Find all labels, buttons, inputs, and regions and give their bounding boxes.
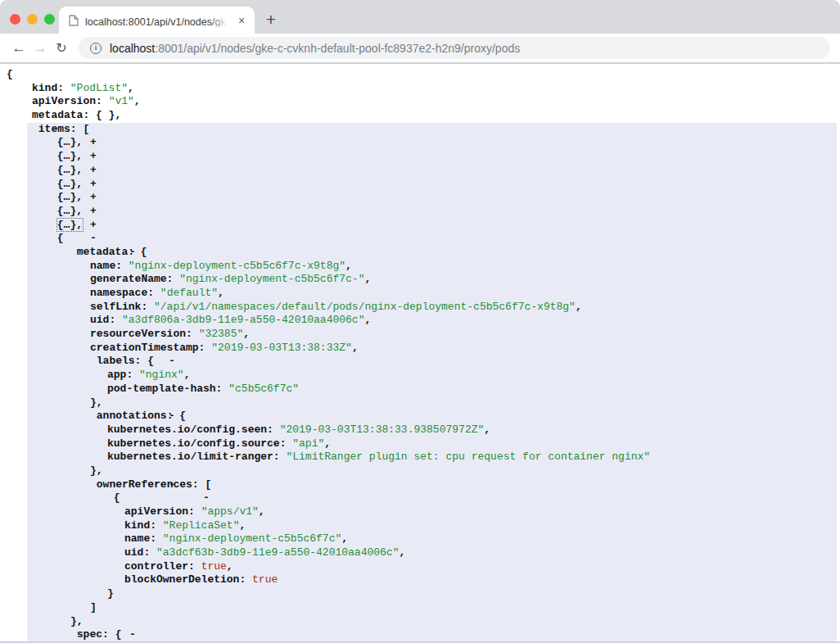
collapse-toggle-icon[interactable]: -: [90, 232, 97, 244]
url-host: localhost: [110, 42, 155, 55]
json-token-key: items:: [38, 123, 84, 135]
collapse-toggle-icon[interactable]: -: [203, 491, 210, 504]
json-token-key: name:: [124, 532, 163, 545]
json-line: -labels: {: [0, 355, 840, 369]
json-token-key: spec:: [77, 628, 115, 641]
json-line: metadata: { },: [0, 109, 840, 123]
info-icon[interactable]: i: [90, 43, 102, 54]
browser-window: localhost:8001/api/v1/nodes/gk × + ← → ↻…: [0, 0, 840, 643]
json-line: },: [0, 615, 840, 629]
json-token-punct: {: [7, 68, 13, 80]
traffic-lights: [10, 14, 55, 25]
json-token-punct: {: [114, 491, 120, 504]
json-token-string: "nginx-deployment-c5b5c6f7c": [163, 532, 341, 545]
collapse-toggle-icon[interactable]: -: [129, 628, 136, 641]
json-token-string: "/api/v1/namespaces/default/pods/nginx-d…: [154, 301, 576, 313]
json-token-key: pod-template-hash:: [107, 383, 228, 395]
json-token-key: generateName:: [90, 273, 179, 285]
json-token-punct: ,: [324, 437, 331, 450]
json-token-key: selfLink:: [90, 301, 154, 313]
url-path: :8001/api/v1/nodes/gke-c-cvknh-default-p…: [155, 42, 520, 55]
json-token-punct: ,: [352, 342, 359, 354]
json-token-key: kind:: [32, 82, 70, 94]
json-token-key: kind:: [124, 519, 163, 532]
json-token-punct: ,: [128, 82, 134, 94]
zoom-window-icon[interactable]: [44, 14, 55, 25]
json-token-key: creationTimestamp:: [90, 342, 211, 354]
json-line: generateName: "nginx-deployment-c5b5c6f7…: [0, 273, 840, 287]
json-token-key: kubernetes.io/limit-ranger:: [107, 451, 286, 463]
json-token-punct: { },: [96, 109, 121, 121]
json-line: kubernetes.io/config.seen: "2019-03-03T1…: [0, 423, 840, 437]
forward-icon[interactable]: →: [29, 38, 51, 59]
json-line: kubernetes.io/limit-ranger: "LimitRanger…: [0, 451, 840, 464]
json-token-key: controller:: [124, 560, 201, 573]
close-tab-icon[interactable]: ×: [235, 14, 248, 27]
json-token-boolean: true: [252, 573, 278, 586]
url-text: localhost:8001/api/v1/nodes/gke-c-cvknh-…: [110, 42, 520, 55]
json-line: },: [0, 396, 840, 410]
tab-strip: localhost:8001/api/v1/nodes/gk × +: [0, 0, 840, 34]
json-token-string: "32385": [199, 328, 244, 340]
page-icon: [69, 15, 79, 26]
json-line: -annotations: {: [0, 410, 840, 423]
focused-collapsed-item[interactable]: {…},: [57, 219, 83, 231]
json-token-key: namespace:: [90, 287, 160, 299]
expand-toggle-icon[interactable]: +: [90, 136, 97, 148]
json-token-punct: {: [179, 410, 186, 422]
json-line: selfLink: "/api/v1/namespaces/default/po…: [0, 301, 840, 315]
json-token-string: "c5b5c6f7c": [228, 383, 299, 395]
json-token-punct: ,: [134, 95, 141, 107]
json-token-key: uid:: [90, 314, 122, 326]
address-bar[interactable]: i localhost:8001/api/v1/nodes/gke-c-cvkn…: [79, 37, 830, 59]
json-token-punct: },: [90, 464, 103, 477]
json-token-punct: },: [70, 615, 84, 627]
json-token-string: "default": [160, 287, 218, 299]
json-token-punct: {…},: [57, 219, 83, 231]
json-line: apiVersion: "v1",: [0, 95, 840, 109]
json-line: +{…},: [0, 191, 840, 205]
browser-tab[interactable]: localhost:8001/api/v1/nodes/gk ×: [59, 7, 255, 34]
json-line: ]: [0, 601, 840, 615]
json-line: -metadata: {: [0, 246, 840, 260]
collapse-toggle-icon[interactable]: -: [169, 355, 175, 367]
new-tab-icon[interactable]: +: [260, 9, 282, 30]
expand-toggle-icon[interactable]: +: [90, 205, 97, 217]
json-viewer: {kind: "PodList",apiVersion: "v1",metada…: [0, 64, 840, 641]
json-line: app: "nginx",: [0, 369, 840, 383]
json-token-punct: [: [205, 478, 211, 491]
json-line: -spec: {: [0, 628, 840, 641]
json-token-string: "nginx": [139, 369, 184, 381]
json-line: kubernetes.io/config.source: "api",: [0, 437, 840, 451]
json-token-key: metadata:: [32, 109, 96, 121]
json-line: creationTimestamp: "2019-03-03T13:38:33Z…: [0, 342, 840, 355]
expand-toggle-icon[interactable]: +: [90, 191, 97, 203]
json-token-key: annotations:: [97, 410, 179, 422]
back-icon[interactable]: ←: [8, 38, 29, 59]
json-token-punct: ,: [576, 301, 582, 313]
expand-toggle-icon[interactable]: +: [90, 219, 97, 231]
expand-toggle-icon[interactable]: +: [90, 164, 97, 176]
json-token-key: name:: [90, 260, 129, 272]
json-token-punct: ,: [364, 314, 371, 326]
json-token-key: metadata:: [77, 246, 141, 258]
json-line: controller: true,: [0, 560, 840, 574]
json-line: name: "nginx-deployment-c5b5c6f7c",: [0, 532, 840, 546]
json-token-punct: {: [57, 232, 64, 244]
json-token-key: resourceVersion:: [90, 328, 199, 340]
expand-toggle-icon[interactable]: +: [90, 150, 97, 162]
json-token-string: "a3df806a-3db9-11e9-a550-42010aa4006c": [122, 314, 364, 326]
json-token-key: app:: [107, 369, 139, 381]
json-token-punct: ,: [345, 260, 352, 272]
expand-toggle-icon[interactable]: +: [90, 178, 97, 190]
close-window-icon[interactable]: [10, 14, 20, 25]
json-token-string: "a3dcf63b-3db9-11e9-a550-42010aa4006c": [156, 546, 399, 559]
json-line: +{…},: [0, 164, 840, 178]
reload-icon[interactable]: ↻: [51, 38, 72, 59]
json-line: apiVersion: "apps/v1",: [0, 505, 840, 519]
tab-title: localhost:8001/api/v1/nodes/gk: [85, 14, 232, 27]
json-token-key: labels:: [97, 355, 147, 367]
json-line: pod-template-hash: "c5b5c6f7c": [0, 383, 840, 396]
minimize-window-icon[interactable]: [27, 14, 38, 25]
json-token-key: ownerReferences:: [97, 478, 205, 491]
